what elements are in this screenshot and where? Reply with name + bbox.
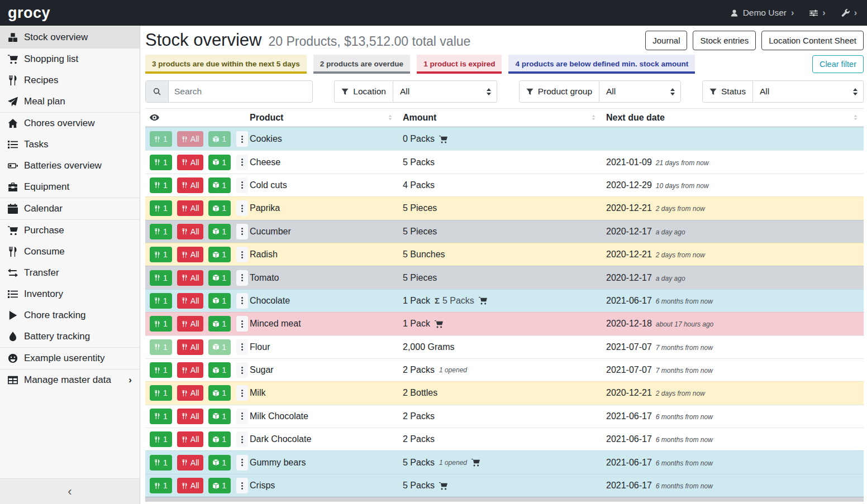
consume-all-button[interactable]: All xyxy=(177,131,204,147)
header-amount[interactable]: Amount xyxy=(403,113,606,123)
row-menu-button[interactable] xyxy=(236,316,248,332)
consume-all-button[interactable]: All xyxy=(177,200,204,216)
consume-all-button[interactable]: All xyxy=(177,155,204,170)
consume-one-button[interactable]: 1 xyxy=(150,131,172,147)
consume-all-button[interactable]: All xyxy=(177,224,204,239)
consume-all-button[interactable]: All xyxy=(177,455,204,471)
open-one-button[interactable]: 1 xyxy=(208,177,231,193)
consume-one-button[interactable]: 1 xyxy=(150,270,172,286)
sort-icon[interactable] xyxy=(387,114,394,121)
journal-button[interactable]: Journal xyxy=(645,31,687,50)
consume-one-button[interactable]: 1 xyxy=(150,247,172,262)
header-product[interactable]: Product xyxy=(250,113,403,123)
open-one-button[interactable]: 1 xyxy=(208,155,231,170)
consume-one-button[interactable]: 1 xyxy=(150,455,172,471)
consume-all-button[interactable]: All xyxy=(177,478,204,493)
consume-one-button[interactable]: 1 xyxy=(150,200,172,216)
row-menu-button[interactable] xyxy=(236,339,248,355)
consume-all-button[interactable]: All xyxy=(177,270,204,286)
banner-overdue[interactable]: 2 products are overdue xyxy=(313,55,410,74)
open-one-button[interactable]: 1 xyxy=(208,200,231,216)
admin-menu[interactable]: › xyxy=(841,8,857,17)
row-menu-button[interactable] xyxy=(236,409,248,424)
filter-select[interactable]: All xyxy=(599,81,680,102)
consume-all-button[interactable]: All xyxy=(177,247,204,262)
sidebar-item-batteries[interactable]: Batteries overview xyxy=(0,155,140,176)
sidebar-item-meal-plan[interactable]: Meal plan xyxy=(0,91,140,112)
consume-one-button[interactable]: 1 xyxy=(150,224,172,239)
sidebar-item-recipes[interactable]: Recipes xyxy=(0,70,140,91)
shopping-cart-icon[interactable] xyxy=(439,135,447,143)
app-logo[interactable]: grocy xyxy=(8,4,50,22)
open-one-button[interactable]: 1 xyxy=(208,339,231,355)
row-menu-button[interactable] xyxy=(236,270,248,286)
consume-one-button[interactable]: 1 xyxy=(150,362,172,378)
sidebar-item-inventory[interactable]: Inventory xyxy=(0,284,140,305)
row-menu-button[interactable] xyxy=(236,455,248,471)
open-one-button[interactable]: 1 xyxy=(208,362,231,378)
open-one-button[interactable]: 1 xyxy=(208,455,231,471)
sidebar-item-purchase[interactable]: Purchase xyxy=(0,219,140,241)
consume-all-button[interactable]: All xyxy=(177,316,204,332)
sidebar-item-stock-overview[interactable]: Stock overview xyxy=(0,26,140,49)
open-one-button[interactable]: 1 xyxy=(208,293,231,309)
open-one-button[interactable]: 1 xyxy=(208,409,231,424)
row-menu-button[interactable] xyxy=(236,155,248,170)
consume-all-button[interactable]: All xyxy=(177,409,204,424)
row-menu-button[interactable] xyxy=(236,478,248,493)
open-one-button[interactable]: 1 xyxy=(208,431,231,447)
open-one-button[interactable]: 1 xyxy=(208,316,231,332)
consume-one-button[interactable]: 1 xyxy=(150,409,172,424)
sidebar-item-equipment[interactable]: Equipment xyxy=(0,176,140,198)
sidebar-item-example-userentity[interactable]: Example userentity xyxy=(0,347,140,369)
open-one-button[interactable]: 1 xyxy=(208,131,231,147)
shopping-cart-icon[interactable] xyxy=(439,482,447,490)
sidebar-item-consume[interactable]: Consume xyxy=(0,241,140,262)
sidebar-item-shopping-list[interactable]: Shopping list xyxy=(0,49,140,70)
consume-one-button[interactable]: 1 xyxy=(150,339,172,355)
consume-one-button[interactable]: 1 xyxy=(150,316,172,332)
clear-filter-button[interactable]: Clear filter xyxy=(812,55,864,73)
row-menu-button[interactable] xyxy=(236,177,248,193)
banner-due-soon[interactable]: 3 products are due within the next 5 day… xyxy=(145,55,307,74)
sidebar-item-manage-master-data[interactable]: Manage master data › xyxy=(0,369,140,391)
consume-one-button[interactable]: 1 xyxy=(150,155,172,170)
sidebar-item-tasks[interactable]: Tasks xyxy=(0,134,140,155)
header-next-due-date[interactable]: Next due date xyxy=(606,113,864,123)
settings-menu[interactable]: › xyxy=(809,8,825,17)
open-one-button[interactable]: 1 xyxy=(208,224,231,239)
consume-one-button[interactable]: 1 xyxy=(150,385,172,401)
row-menu-button[interactable] xyxy=(236,385,248,401)
user-menu[interactable]: Demo User › xyxy=(730,8,794,18)
shopping-cart-icon[interactable] xyxy=(471,458,480,467)
sidebar-item-chores-overview[interactable]: Chores overview xyxy=(0,112,140,134)
location-content-sheet-button[interactable]: Location Content Sheet xyxy=(761,31,864,50)
consume-one-button[interactable]: 1 xyxy=(150,431,172,447)
row-menu-button[interactable] xyxy=(236,131,248,147)
sidebar-item-chore-tracking[interactable]: Chore tracking xyxy=(0,305,140,326)
consume-all-button[interactable]: All xyxy=(177,293,204,309)
sidebar-item-calendar[interactable]: Calendar xyxy=(0,198,140,219)
open-one-button[interactable]: 1 xyxy=(208,247,231,262)
open-one-button[interactable]: 1 xyxy=(208,270,231,286)
shopping-cart-icon[interactable] xyxy=(479,296,487,305)
open-one-button[interactable]: 1 xyxy=(208,478,231,493)
row-menu-button[interactable] xyxy=(236,200,248,216)
consume-one-button[interactable]: 1 xyxy=(150,478,172,493)
sidebar-item-transfer[interactable]: Transfer xyxy=(0,262,140,284)
row-menu-button[interactable] xyxy=(236,431,248,447)
stock-entries-button[interactable]: Stock entries xyxy=(693,31,756,50)
shopping-cart-icon[interactable] xyxy=(435,320,443,328)
consume-all-button[interactable]: All xyxy=(177,177,204,193)
sidebar-collapse-button[interactable]: ‹ xyxy=(0,478,140,504)
row-menu-button[interactable] xyxy=(236,293,248,309)
consume-one-button[interactable]: 1 xyxy=(150,177,172,193)
sort-icon[interactable] xyxy=(852,114,859,121)
consume-all-button[interactable]: All xyxy=(177,385,204,401)
filter-select[interactable]: All xyxy=(752,81,863,102)
consume-all-button[interactable]: All xyxy=(177,362,204,378)
consume-all-button[interactable]: All xyxy=(177,431,204,447)
sort-icon[interactable] xyxy=(590,114,597,121)
banner-expired[interactable]: 1 product is expired xyxy=(417,55,502,74)
sidebar-item-battery-tracking[interactable]: Battery tracking xyxy=(0,326,140,347)
